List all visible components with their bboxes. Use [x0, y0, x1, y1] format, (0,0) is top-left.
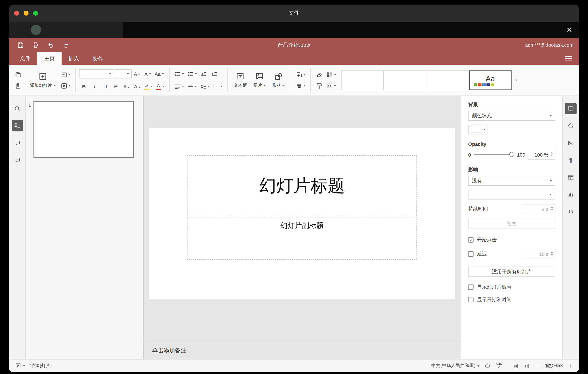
- strikethrough-button[interactable]: S: [111, 81, 121, 91]
- language-selector[interactable]: 中文(中华人民共和国): [431, 363, 479, 369]
- presentation-editor: 产品介绍.pptx adm***@dootask.com 文件 主页 插入 协作: [9, 38, 579, 372]
- spinner[interactable]: [551, 152, 553, 156]
- slide-settings-button[interactable]: [565, 103, 576, 114]
- insert-columns-button[interactable]: [211, 81, 224, 91]
- view-settings-button[interactable]: [562, 52, 575, 65]
- insert-textbox-button[interactable]: 文本框: [231, 67, 250, 93]
- background-color-picker[interactable]: [468, 125, 488, 134]
- zoom-out-button[interactable]: −: [534, 362, 539, 369]
- copy-button[interactable]: [13, 70, 23, 80]
- insert-shape-button[interactable]: 形状: [270, 67, 287, 93]
- slides-panel-button[interactable]: [12, 120, 23, 131]
- highlight-color-button[interactable]: [143, 81, 154, 91]
- close-window-button[interactable]: [14, 11, 19, 16]
- print-button[interactable]: [30, 40, 41, 50]
- increase-indent-button[interactable]: [209, 69, 219, 79]
- font-name-combo[interactable]: [79, 69, 114, 78]
- spinner[interactable]: [551, 207, 553, 211]
- minimize-window-button[interactable]: [24, 11, 29, 16]
- add-slide-label: 添加幻灯片: [30, 83, 52, 88]
- paste-button[interactable]: [13, 81, 23, 91]
- italic-button[interactable]: I: [90, 81, 99, 91]
- chat-panel-button[interactable]: [12, 154, 23, 165]
- start-slideshow-button[interactable]: [59, 81, 72, 91]
- effect-select[interactable]: 没有: [468, 176, 555, 186]
- opacity-slider[interactable]: [474, 152, 514, 157]
- theme-option-3[interactable]: [426, 70, 469, 90]
- show-slide-number-checkbox[interactable]: [468, 285, 474, 290]
- delay-checkbox[interactable]: [468, 252, 474, 257]
- tab-collaboration[interactable]: 协作: [86, 52, 110, 65]
- status-left: 1的幻灯片1: [15, 363, 53, 369]
- bold-button[interactable]: B: [79, 81, 89, 91]
- decrease-indent-button[interactable]: [199, 69, 209, 79]
- font-size-combo[interactable]: [115, 69, 131, 78]
- fit-to-slide-button[interactable]: [513, 363, 518, 369]
- delay-input[interactable]: 10 s: [522, 249, 555, 259]
- clear-style-button[interactable]: [314, 70, 324, 80]
- paragraph-icon: ¶: [569, 157, 572, 163]
- bullets-button[interactable]: [173, 69, 185, 79]
- font-color-button[interactable]: A: [155, 81, 166, 91]
- tab-file[interactable]: 文件: [13, 52, 37, 65]
- vertical-align-button[interactable]: [186, 81, 198, 91]
- copy-style-button[interactable]: [314, 81, 324, 91]
- shape-settings-button[interactable]: [565, 120, 576, 131]
- add-slide-button[interactable]: 添加幻灯片: [28, 67, 59, 93]
- spinner[interactable]: [551, 252, 553, 256]
- slide-size-button[interactable]: [325, 81, 337, 91]
- slide-editing-area[interactable]: 幻灯片标题 幻灯片副标题: [149, 128, 455, 299]
- horizontal-align-button[interactable]: [173, 81, 185, 91]
- theme-option-1[interactable]: [341, 70, 384, 90]
- undo-button[interactable]: [45, 40, 56, 50]
- slider-knob[interactable]: [509, 152, 514, 157]
- opacity-value-input[interactable]: 100 %: [528, 150, 555, 159]
- document-language-button[interactable]: [484, 363, 491, 369]
- line-spacing-button[interactable]: [199, 81, 211, 91]
- slide-layout-button[interactable]: [59, 70, 72, 80]
- insert-image-button[interactable]: 图片: [251, 67, 269, 93]
- close-editor-button[interactable]: ✕: [564, 24, 575, 35]
- superscript-button[interactable]: A2: [122, 81, 131, 91]
- numbering-button[interactable]: [186, 69, 198, 79]
- redo-button[interactable]: [60, 40, 72, 50]
- background-fill-select[interactable]: 颜色填充: [468, 111, 555, 121]
- align-shape-button[interactable]: [295, 81, 307, 91]
- zoom-window-button[interactable]: [33, 11, 38, 16]
- preview-button[interactable]: 预览: [468, 219, 555, 229]
- color-scheme-button[interactable]: [325, 70, 337, 80]
- start-preview-button[interactable]: [15, 363, 25, 369]
- save-button[interactable]: [14, 40, 26, 50]
- table-settings-button[interactable]: [565, 171, 576, 183]
- theme-option-2[interactable]: [384, 70, 427, 90]
- theme-option-selected[interactable]: Aa: [469, 70, 512, 90]
- apply-to-all-slides-button[interactable]: 适用于所有幻灯片: [468, 267, 555, 277]
- spellcheck-button[interactable]: ABC ✓: [495, 363, 502, 369]
- zoom-in-button[interactable]: +: [568, 362, 573, 369]
- search-panel-button[interactable]: [12, 103, 23, 114]
- duration-input[interactable]: 2 s: [522, 204, 555, 214]
- chart-settings-button[interactable]: [565, 188, 576, 200]
- slide-1-thumbnail[interactable]: [33, 101, 134, 158]
- start-on-click-checkbox[interactable]: ✓: [468, 237, 474, 243]
- effect-type-select[interactable]: [468, 190, 555, 199]
- tab-home[interactable]: 主页: [37, 52, 62, 65]
- notes-area[interactable]: 单击添加备注: [144, 341, 461, 359]
- subtitle-placeholder[interactable]: 幻灯片副标题: [187, 217, 417, 260]
- decrease-font-button[interactable]: A: [143, 69, 153, 79]
- underline-button[interactable]: U: [100, 81, 110, 91]
- comments-panel-button[interactable]: [12, 137, 23, 149]
- fit-to-width-button[interactable]: [524, 363, 529, 369]
- tab-insert[interactable]: 插入: [62, 52, 86, 65]
- show-date-time-checkbox[interactable]: [468, 297, 474, 302]
- change-case-button[interactable]: Aa: [154, 69, 165, 79]
- textart-settings-button[interactable]: Ta: [565, 206, 576, 217]
- subscript-button[interactable]: A2: [132, 81, 142, 91]
- arrange-shape-button[interactable]: [295, 70, 307, 80]
- image-settings-button[interactable]: [565, 137, 576, 149]
- header-top-row: 产品介绍.pptx adm***@dootask.com: [9, 38, 579, 52]
- increase-font-button[interactable]: A: [132, 69, 142, 79]
- title-placeholder[interactable]: 幻灯片标题: [187, 155, 417, 216]
- theme-gallery-expand-button[interactable]: [512, 70, 521, 90]
- paragraph-settings-button[interactable]: ¶: [565, 154, 576, 165]
